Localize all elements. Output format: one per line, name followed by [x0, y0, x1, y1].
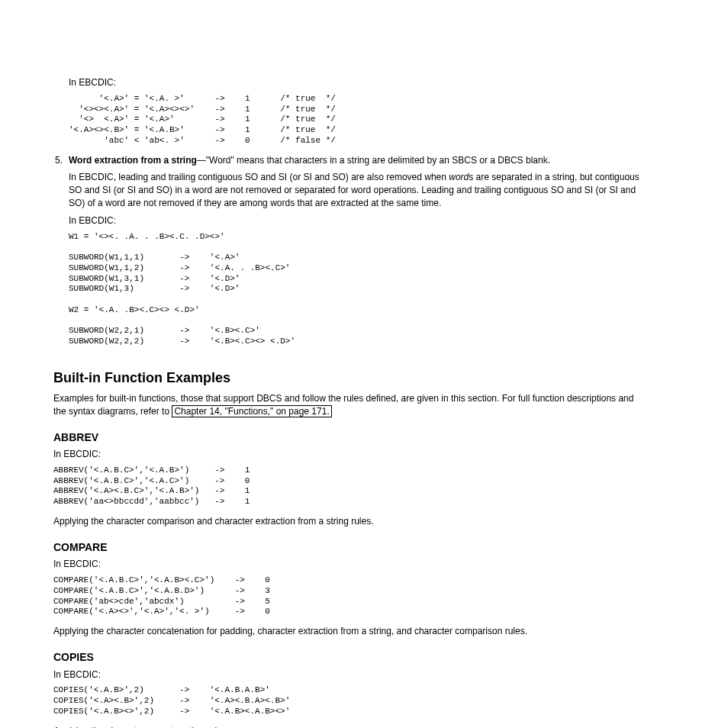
built-in-intro: Examples for built-in functions, those t… [53, 392, 649, 418]
copies-note: Applying the character concatenation rul… [53, 725, 649, 728]
word-italic: word [449, 172, 469, 182]
code-block-0: '<.A>' = '<.A. >' -> 1 /* true */ '<><><… [69, 94, 649, 147]
in-ebcdic-label-0: In EBCDIC: [69, 76, 649, 89]
code-block-copies: COPIES('<.A.B>',2) -> '<.A.B.A.B>' COPIE… [53, 685, 649, 717]
word-extraction-desc: —"Word" means that characters in a strin… [197, 155, 550, 166]
abbrev-note: Applying the character comparison and ch… [53, 515, 649, 528]
word-extraction-bold: Word extraction from a string [69, 155, 197, 166]
built-in-title: Built-in Function Examples [53, 369, 649, 388]
compare-note: Applying the character concatenation for… [53, 625, 649, 638]
code-block-abbrev: ABBREV('<.A.B.C>','<.A.B>') -> 1 ABBREV(… [53, 465, 649, 507]
list-item-5: 5. Word extraction from a string—"Word" … [69, 154, 649, 347]
in-ebcdic-label-1: In EBCDIC: [69, 214, 649, 227]
abbrev-title: ABBREV [53, 430, 649, 446]
code-block-1: W1 = '<><. .A. . .B><.C. .D><>' SUBWORD(… [69, 232, 649, 347]
in-ebcdic-label-2: In EBCDIC: [53, 448, 649, 461]
chapter-link[interactable]: Chapter 14, "Functions," on page 171. [172, 405, 331, 417]
copies-title: COPIES [53, 650, 649, 665]
list-item-para: In EBCDIC, leading and trailing contiguo… [69, 171, 649, 209]
list-item-lead: Word extraction from a string—"Word" mea… [69, 154, 649, 167]
code-block-compare: COMPARE('<.A.B.C>','<.A.B><.C>') -> 0 CO… [53, 575, 649, 617]
compare-title: COMPARE [53, 540, 649, 556]
in-ebcdic-label-4: In EBCDIC: [53, 668, 649, 681]
page-content: In EBCDIC: '<.A>' = '<.A. >' -> 1 /* tru… [53, 76, 649, 728]
list-number: 5. [55, 154, 63, 167]
in-ebcdic-label-3: In EBCDIC: [53, 558, 649, 571]
